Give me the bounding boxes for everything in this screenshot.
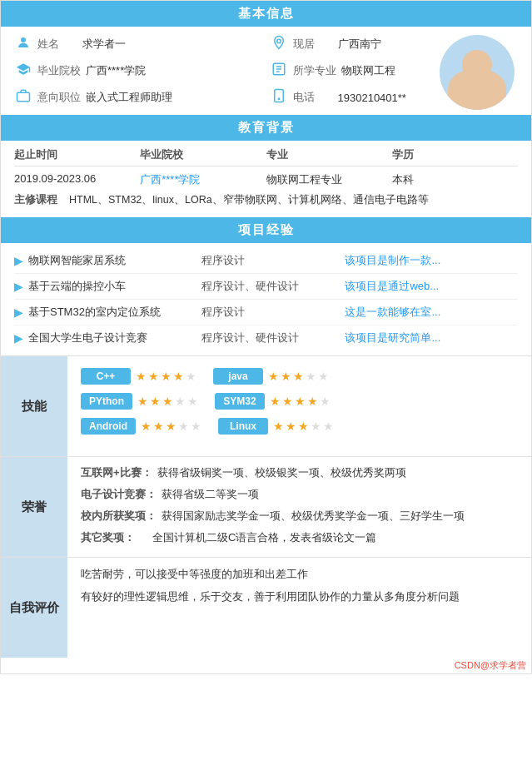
projects-header: 项目经验: [1, 217, 531, 243]
position-label: 意向职位: [37, 90, 81, 105]
edu-col-degree: 学历: [392, 147, 518, 162]
honor-value-3: 获得国家励志奖学金一项、校级优秀奖学金一项、三好学生一项: [162, 509, 465, 524]
honor-row-1: 互联网+比赛： 获得省级铜奖一项、校级银奖一项、校级优秀奖两项: [81, 465, 518, 480]
star: ★: [281, 370, 291, 383]
avatar-body: [448, 68, 506, 110]
main-course-row: 主修课程 HTML、STM32、linux、LORa、窄带物联网、计算机网络、通…: [14, 190, 518, 211]
skill-tag-sym32: SYM32: [215, 393, 265, 410]
star: ★: [141, 420, 152, 433]
skills-section: 技能 C++ ★ ★ ★ ★ ★ java ★: [1, 355, 531, 456]
major-value: 物联网工程: [341, 63, 395, 78]
honor-value-2: 获得省级二等奖一项: [162, 487, 259, 502]
location-value: 广西南宁: [338, 37, 381, 52]
skill-tag-java: java: [213, 368, 263, 385]
star-empty: ★: [191, 420, 201, 433]
project-type-2: 程序设计、硬件设计: [201, 279, 346, 294]
table-row: ▶ 物联网智能家居系统 程序设计 该项目是制作一款...: [14, 248, 518, 274]
avatar: [440, 35, 515, 110]
skill-tag-cpp: C++: [81, 368, 131, 385]
edu-degree: 本科: [392, 172, 518, 187]
skill-linux: Linux ★ ★ ★ ★ ★: [218, 418, 334, 435]
table-row: ▶ 全国大学生电子设计竞赛 程序设计、硬件设计 该项目是研究简单...: [14, 325, 518, 350]
skills-content: C++ ★ ★ ★ ★ ★ java ★ ★ ★ ★: [67, 356, 531, 456]
star: ★: [282, 395, 293, 408]
watermark: CSDN@求学者营: [1, 658, 531, 673]
edu-major: 物联网工程专业: [266, 172, 392, 187]
skill-tag-linux: Linux: [218, 418, 268, 435]
self-eval-line-2: 有较好的理性逻辑思维，乐于交友，善于利用团队协作的力量从多角度分析问题: [81, 589, 518, 606]
star: ★: [307, 395, 318, 408]
edu-school: 广西****学院: [140, 172, 266, 187]
svg-point-0: [21, 37, 26, 42]
project-desc-4: 该项目是研究简单...: [345, 330, 518, 345]
edu-col-major: 专业: [266, 147, 392, 162]
name-label: 姓名: [37, 37, 77, 52]
name-value: 求学者一: [82, 37, 126, 52]
star-empty: ★: [178, 420, 189, 433]
skill-tag-python: PYthon: [81, 393, 132, 410]
school-label: 毕业院校: [37, 63, 81, 78]
skills-label: 技能: [1, 356, 67, 456]
svg-point-5: [278, 98, 280, 100]
honor-label-2: 电子设计竞赛：: [81, 487, 157, 502]
edu-time: 2019.09-2023.06: [14, 172, 140, 187]
school-value: 广西****学院: [86, 63, 146, 78]
skill-java: java ★ ★ ★ ★ ★: [213, 368, 329, 385]
star-empty: ★: [186, 370, 196, 383]
course-value: HTML、STM32、linux、LORa、窄带物联网、计算机网络、通信电子电路…: [69, 193, 429, 207]
project-type-3: 程序设计: [201, 305, 346, 320]
major-icon: [270, 62, 288, 80]
star: ★: [162, 395, 173, 408]
star: ★: [298, 420, 309, 433]
stars-python: ★ ★ ★ ★ ★: [137, 395, 198, 408]
edu-col-time: 起止时间: [14, 147, 140, 162]
stars-android: ★ ★ ★ ★ ★: [141, 420, 201, 433]
honor-label-3: 校内所获奖项：: [81, 509, 157, 524]
star: ★: [293, 370, 304, 383]
project-type-1: 程序设计: [201, 253, 346, 268]
star: ★: [268, 370, 279, 383]
edu-header-row: 起止时间 毕业院校 专业 学历: [14, 147, 518, 166]
basic-info-section: 姓名 求学者一 现居 广西南宁 毕业院校 广: [1, 27, 531, 115]
svg-point-1: [276, 39, 281, 43]
self-eval-label: 自我评价: [1, 558, 67, 658]
skills-row-2: PYthon ★ ★ ★ ★ ★ SYM32 ★ ★ ★ ★: [81, 393, 518, 410]
honor-label: 荣誉: [1, 457, 67, 557]
honor-content: 互联网+比赛： 获得省级铜奖一项、校级银奖一项、校级优秀奖两项 电子设计竞赛： …: [67, 457, 531, 557]
skill-python: PYthon ★ ★ ★ ★ ★: [81, 393, 198, 410]
school-item: 毕业院校 广西****学院: [14, 62, 263, 80]
project-name-2: 基于云端的操控小车: [28, 279, 201, 294]
star: ★: [148, 370, 159, 383]
star: ★: [295, 395, 306, 408]
table-row: ▶ 基于云端的操控小车 程序设计、硬件设计 该项目是通过web...: [14, 274, 518, 300]
star: ★: [161, 370, 172, 383]
project-desc-3: 这是一款能够在室...: [345, 305, 518, 320]
phone-icon: [270, 88, 288, 107]
honor-row-4: 其它奖项： 全国计算机二级C语言合格，发表省级论文一篇: [81, 530, 518, 545]
honor-label-1: 互联网+比赛：: [81, 465, 152, 480]
skills-row-3: Android ★ ★ ★ ★ ★ Linux ★ ★ ★ ★: [81, 418, 518, 435]
star: ★: [150, 395, 161, 408]
project-icon-2: ▶: [14, 280, 23, 293]
position-value: 嵌入式工程师助理: [86, 90, 172, 105]
table-row: ▶ 基于STM32的室内定位系统 程序设计 这是一款能够在室...: [14, 300, 518, 325]
honor-row-3: 校内所获奖项： 获得国家励志奖学金一项、校级优秀奖学金一项、三好学生一项: [81, 509, 518, 524]
skill-tag-android: Android: [81, 418, 136, 435]
project-icon-1: ▶: [14, 254, 23, 267]
skill-cpp: C++ ★ ★ ★ ★ ★: [81, 368, 196, 385]
school-icon: [14, 62, 32, 80]
star: ★: [286, 420, 296, 433]
skill-android: Android ★ ★ ★ ★ ★: [81, 418, 201, 435]
honor-value-4: 全国计算机二级C语言合格，发表省级论文一篇: [152, 530, 376, 545]
star-empty: ★: [318, 370, 329, 383]
course-label: 主修课程: [14, 193, 64, 207]
honor-section: 荣誉 互联网+比赛： 获得省级铜奖一项、校级银奖一项、校级优秀奖两项 电子设计竞…: [1, 456, 531, 557]
basic-info-row-1: 姓名 求学者一 现居 广西南宁: [14, 35, 518, 53]
skills-row-1: C++ ★ ★ ★ ★ ★ java ★ ★ ★ ★: [81, 368, 518, 385]
person-icon: [14, 35, 32, 53]
project-name-1: 物联网智能家居系统: [28, 253, 201, 268]
self-eval-section: 自我评价 吃苦耐劳，可以接受中等强度的加班和出差工作 有较好的理性逻辑思维，乐于…: [1, 557, 531, 658]
stars-java: ★ ★ ★ ★ ★: [268, 370, 329, 383]
svg-rect-3: [17, 92, 30, 102]
resume-container: 基本信息 姓名 求学者一 现居 广西南宁: [0, 0, 532, 674]
